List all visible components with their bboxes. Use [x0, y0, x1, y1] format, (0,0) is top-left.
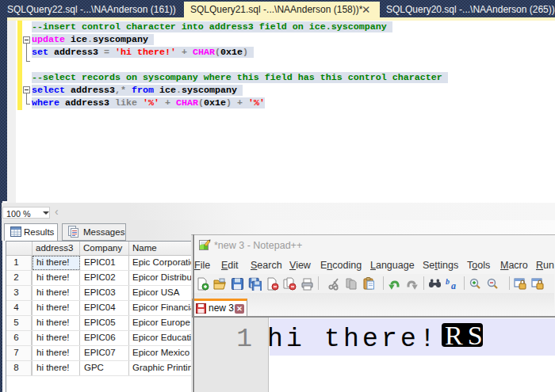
svg-text:b: b	[446, 277, 450, 286]
svg-text:a: a	[451, 280, 456, 291]
